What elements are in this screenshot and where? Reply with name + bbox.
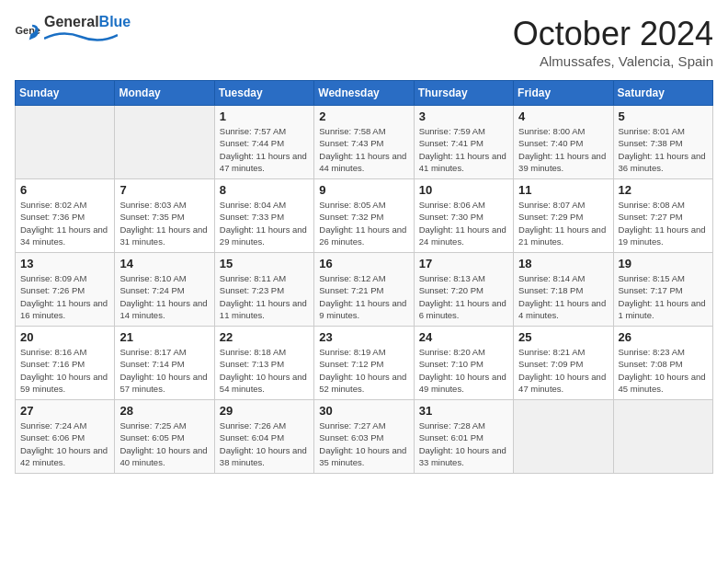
- day-number: 19: [619, 257, 708, 270]
- calendar-cell: 5Sunrise: 8:01 AMSunset: 7:38 PMDaylight…: [613, 106, 712, 179]
- cell-info: Sunrise: 7:58 AMSunset: 7:43 PMDaylight:…: [319, 125, 408, 174]
- header: General GeneralBlue October 2024 Almussa…: [15, 15, 713, 69]
- calendar-cell: 14Sunrise: 8:10 AMSunset: 7:24 PMDayligh…: [115, 253, 214, 327]
- cell-info: Sunrise: 7:27 AMSunset: 6:03 PMDaylight:…: [319, 419, 408, 468]
- calendar-cell: 8Sunrise: 8:04 AMSunset: 7:33 PMDaylight…: [214, 179, 313, 253]
- weekday-header-wednesday: Wednesday: [314, 81, 414, 106]
- day-number: 16: [319, 257, 408, 270]
- day-number: 14: [119, 257, 209, 270]
- day-number: 23: [319, 330, 408, 344]
- cell-info: Sunrise: 8:11 AMSunset: 7:23 PMDaylight:…: [220, 272, 309, 321]
- cell-info: Sunrise: 8:21 AMSunset: 7:09 PMDaylight:…: [518, 346, 608, 395]
- day-number: 29: [220, 404, 309, 418]
- cell-info: Sunrise: 8:08 AMSunset: 7:27 PMDaylight:…: [619, 199, 708, 247]
- cell-info: Sunrise: 8:09 AMSunset: 7:26 PMDaylight:…: [20, 272, 109, 321]
- calendar-cell: 4Sunrise: 8:00 AMSunset: 7:40 PMDaylight…: [514, 106, 613, 179]
- calendar-week-4: 20Sunrise: 8:16 AMSunset: 7:16 PMDayligh…: [16, 327, 713, 400]
- cell-info: Sunrise: 8:19 AMSunset: 7:12 PMDaylight:…: [319, 346, 408, 395]
- cell-info: Sunrise: 8:12 AMSunset: 7:21 PMDaylight:…: [319, 272, 408, 321]
- calendar-cell: [514, 400, 613, 474]
- day-number: 22: [220, 330, 309, 344]
- cell-info: Sunrise: 7:24 AMSunset: 6:06 PMDaylight:…: [20, 419, 109, 468]
- cell-info: Sunrise: 8:14 AMSunset: 7:18 PMDaylight:…: [518, 272, 608, 321]
- day-number: 18: [518, 257, 608, 270]
- day-number: 17: [419, 257, 508, 270]
- calendar-cell: [115, 106, 214, 179]
- day-number: 20: [20, 330, 109, 344]
- weekday-header-row: SundayMondayTuesdayWednesdayThursdayFrid…: [16, 81, 713, 106]
- day-number: 30: [319, 404, 408, 418]
- cell-info: Sunrise: 7:25 AMSunset: 6:05 PMDaylight:…: [119, 419, 209, 468]
- calendar-table: SundayMondayTuesdayWednesdayThursdayFrid…: [15, 80, 713, 474]
- day-number: 27: [20, 404, 109, 418]
- weekday-header-saturday: Saturday: [613, 81, 712, 106]
- calendar-cell: 31Sunrise: 7:28 AMSunset: 6:01 PMDayligh…: [414, 400, 513, 474]
- logo-general: General: [44, 14, 99, 29]
- calendar-cell: [613, 400, 712, 474]
- calendar-cell: 10Sunrise: 8:06 AMSunset: 7:30 PMDayligh…: [414, 179, 513, 253]
- logo-icon: General: [15, 23, 40, 43]
- weekday-header-sunday: Sunday: [16, 81, 115, 106]
- day-number: 31: [419, 404, 508, 418]
- calendar-cell: 11Sunrise: 8:07 AMSunset: 7:29 PMDayligh…: [514, 179, 613, 253]
- cell-info: Sunrise: 8:18 AMSunset: 7:13 PMDaylight:…: [220, 346, 309, 395]
- day-number: 15: [220, 257, 309, 270]
- day-number: 11: [518, 183, 608, 197]
- calendar-cell: 16Sunrise: 8:12 AMSunset: 7:21 PMDayligh…: [314, 253, 414, 327]
- day-number: 10: [419, 183, 508, 197]
- calendar-cell: 19Sunrise: 8:15 AMSunset: 7:17 PMDayligh…: [613, 253, 712, 327]
- calendar-cell: 15Sunrise: 8:11 AMSunset: 7:23 PMDayligh…: [214, 253, 313, 327]
- calendar-cell: 24Sunrise: 8:20 AMSunset: 7:10 PMDayligh…: [414, 327, 513, 400]
- calendar-cell: 6Sunrise: 8:02 AMSunset: 7:36 PMDaylight…: [16, 179, 115, 253]
- calendar-cell: 17Sunrise: 8:13 AMSunset: 7:20 PMDayligh…: [414, 253, 513, 327]
- cell-info: Sunrise: 8:17 AMSunset: 7:14 PMDaylight:…: [119, 346, 209, 395]
- cell-info: Sunrise: 8:15 AMSunset: 7:17 PMDaylight:…: [619, 272, 708, 321]
- cell-info: Sunrise: 8:13 AMSunset: 7:20 PMDaylight:…: [419, 272, 508, 321]
- day-number: 25: [518, 330, 608, 344]
- day-number: 6: [20, 183, 109, 197]
- calendar-week-5: 27Sunrise: 7:24 AMSunset: 6:06 PMDayligh…: [16, 400, 713, 474]
- location-title: Almussafes, Valencia, Spain: [513, 53, 713, 69]
- calendar-cell: [16, 106, 115, 179]
- logo-swoosh: [44, 29, 118, 48]
- day-number: 8: [220, 183, 309, 197]
- calendar-week-2: 6Sunrise: 8:02 AMSunset: 7:36 PMDaylight…: [16, 179, 713, 253]
- day-number: 1: [220, 109, 309, 123]
- cell-info: Sunrise: 8:06 AMSunset: 7:30 PMDaylight:…: [419, 199, 508, 247]
- logo: General GeneralBlue: [15, 15, 131, 52]
- calendar-cell: 13Sunrise: 8:09 AMSunset: 7:26 PMDayligh…: [16, 253, 115, 327]
- calendar-cell: 3Sunrise: 7:59 AMSunset: 7:41 PMDaylight…: [414, 106, 513, 179]
- cell-info: Sunrise: 7:26 AMSunset: 6:04 PMDaylight:…: [220, 419, 309, 468]
- month-title: October 2024: [513, 15, 713, 53]
- day-number: 12: [619, 183, 708, 197]
- cell-info: Sunrise: 8:02 AMSunset: 7:36 PMDaylight:…: [20, 199, 109, 247]
- calendar-cell: 1Sunrise: 7:57 AMSunset: 7:44 PMDaylight…: [214, 106, 313, 179]
- day-number: 5: [619, 109, 708, 123]
- cell-info: Sunrise: 8:23 AMSunset: 7:08 PMDaylight:…: [619, 346, 708, 395]
- calendar-cell: 30Sunrise: 7:27 AMSunset: 6:03 PMDayligh…: [314, 400, 414, 474]
- day-number: 21: [119, 330, 209, 344]
- calendar-cell: 29Sunrise: 7:26 AMSunset: 6:04 PMDayligh…: [214, 400, 313, 474]
- weekday-header-friday: Friday: [514, 81, 613, 106]
- calendar-cell: 27Sunrise: 7:24 AMSunset: 6:06 PMDayligh…: [16, 400, 115, 474]
- calendar-cell: 9Sunrise: 8:05 AMSunset: 7:32 PMDaylight…: [314, 179, 414, 253]
- day-number: 13: [20, 257, 109, 270]
- cell-info: Sunrise: 8:03 AMSunset: 7:35 PMDaylight:…: [119, 199, 209, 247]
- calendar-cell: 18Sunrise: 8:14 AMSunset: 7:18 PMDayligh…: [514, 253, 613, 327]
- cell-info: Sunrise: 7:28 AMSunset: 6:01 PMDaylight:…: [419, 419, 508, 468]
- calendar-cell: 12Sunrise: 8:08 AMSunset: 7:27 PMDayligh…: [613, 179, 712, 253]
- cell-info: Sunrise: 8:05 AMSunset: 7:32 PMDaylight:…: [319, 199, 408, 247]
- calendar-cell: 26Sunrise: 8:23 AMSunset: 7:08 PMDayligh…: [613, 327, 712, 400]
- day-number: 24: [419, 330, 508, 344]
- day-number: 26: [619, 330, 708, 344]
- calendar-cell: 28Sunrise: 7:25 AMSunset: 6:05 PMDayligh…: [115, 400, 214, 474]
- weekday-header-thursday: Thursday: [414, 81, 513, 106]
- cell-info: Sunrise: 8:20 AMSunset: 7:10 PMDaylight:…: [419, 346, 508, 395]
- cell-info: Sunrise: 8:10 AMSunset: 7:24 PMDaylight:…: [119, 272, 209, 321]
- day-number: 7: [119, 183, 209, 197]
- cell-info: Sunrise: 8:01 AMSunset: 7:38 PMDaylight:…: [619, 125, 708, 174]
- calendar-cell: 23Sunrise: 8:19 AMSunset: 7:12 PMDayligh…: [314, 327, 414, 400]
- cell-info: Sunrise: 8:00 AMSunset: 7:40 PMDaylight:…: [518, 125, 608, 174]
- cell-info: Sunrise: 8:16 AMSunset: 7:16 PMDaylight:…: [20, 346, 109, 395]
- calendar-cell: 20Sunrise: 8:16 AMSunset: 7:16 PMDayligh…: [16, 327, 115, 400]
